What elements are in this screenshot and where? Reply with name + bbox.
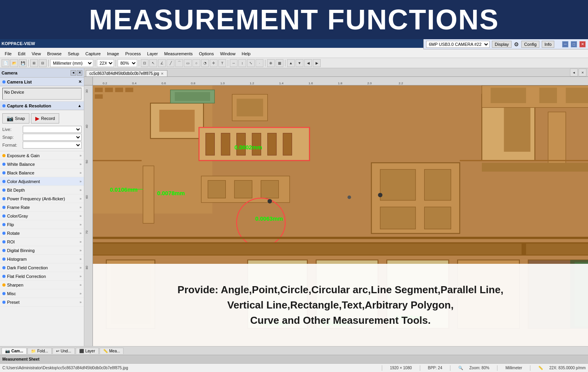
cross-btn[interactable]: ✛ xyxy=(210,59,218,67)
misc-row[interactable]: Misc » xyxy=(0,289,84,298)
text-btn[interactable]: T xyxy=(218,59,226,67)
digital-binning-row[interactable]: Digital Binning » xyxy=(0,246,84,255)
arrow-up-btn[interactable]: ▲ xyxy=(287,59,295,67)
point-btn[interactable]: · xyxy=(256,59,263,67)
open-btn[interactable]: 📂 xyxy=(10,59,18,67)
dark-field-row[interactable]: Dark Field Correction » xyxy=(0,263,84,272)
arc-btn[interactable]: ◔ xyxy=(201,59,209,67)
menu-setup[interactable]: Setup xyxy=(65,51,82,57)
measure3-btn[interactable]: ⤡ xyxy=(247,59,255,67)
roi-row[interactable]: ROI » xyxy=(0,238,84,246)
grid3-btn[interactable]: ▦ xyxy=(276,59,283,67)
flip-row[interactable]: Flip » xyxy=(0,220,84,229)
tab-prev-btn[interactable]: ◄ xyxy=(570,69,578,76)
menu-file[interactable]: File xyxy=(2,51,15,57)
close-button[interactable]: ✕ xyxy=(579,41,586,47)
ruler-h-9: 2.0 xyxy=(367,82,372,85)
format-select[interactable] xyxy=(23,142,82,149)
panel-pin-btn[interactable]: ◄ xyxy=(71,70,76,76)
cursor-btn[interactable]: ↖ xyxy=(149,59,157,67)
camera-list-close[interactable]: ✕ xyxy=(78,80,82,84)
menu-edit[interactable]: Edit xyxy=(15,51,29,57)
menu-window[interactable]: Window xyxy=(217,51,238,57)
power-freq-row[interactable]: Power Frequency (Anti-flicker) » xyxy=(0,194,84,203)
white-balance-row[interactable]: White Balance » xyxy=(0,160,84,169)
arrow-down-btn[interactable]: ▼ xyxy=(296,59,303,67)
measure2-btn[interactable]: ↕ xyxy=(238,59,246,67)
tab-camera[interactable]: 📷 Cam... xyxy=(2,348,27,354)
capture-header[interactable]: Capture & Resolution ▲ xyxy=(0,102,84,110)
measure1-btn[interactable]: ↔ xyxy=(230,59,238,67)
new-btn[interactable]: 📄 xyxy=(2,59,9,67)
arrow-left-btn[interactable]: ◀ xyxy=(304,59,312,67)
live-select[interactable] xyxy=(23,126,82,133)
circle-btn[interactable]: ○ xyxy=(192,59,200,67)
exposure-gain-row[interactable]: Exposure & Gain » xyxy=(0,151,84,160)
black-balance-row[interactable]: Black Balance » xyxy=(0,169,84,177)
svg-point-68 xyxy=(378,193,382,197)
grid2-btn[interactable]: ⊟ xyxy=(39,59,47,67)
preset-row[interactable]: Preset » xyxy=(0,298,84,307)
status-magnify: 22X: 835.0000 p/mm xyxy=(549,366,586,370)
flat-field-row[interactable]: Flat Field Correction » xyxy=(0,272,84,281)
tab-camera-icon: 📷 xyxy=(5,349,10,353)
capture-expand[interactable]: ▲ xyxy=(78,103,82,108)
sharpen-row[interactable]: Sharpen » xyxy=(0,281,84,289)
camera-list-header[interactable]: Camera List ✕ xyxy=(0,78,84,86)
unit-dropdown[interactable]: Millimeter (mm) xyxy=(50,59,93,67)
color-gray-row[interactable]: Color/Gray » xyxy=(0,212,84,220)
menu-layer[interactable]: Layer xyxy=(144,51,161,57)
tab-undo[interactable]: ↩ Und... xyxy=(53,348,75,354)
record-button[interactable]: ▶ Record xyxy=(31,113,59,123)
camera-selector[interactable]: 6MP USB3.0 CAMERA #22 xyxy=(426,41,490,48)
tab-folder[interactable]: 📁 Fold... xyxy=(27,348,52,354)
info-button[interactable]: Info xyxy=(542,41,554,48)
save-btn[interactable]: 💾 xyxy=(19,59,27,67)
zoom-fit-btn[interactable]: ⊡ xyxy=(141,59,149,67)
info-line1: Provide: Angle,Point,Circle,Circular arc… xyxy=(178,282,503,298)
snap-button[interactable]: 📷 Snap xyxy=(2,113,29,123)
angle-btn[interactable]: ∠ xyxy=(158,59,166,67)
menu-image[interactable]: Image xyxy=(104,51,122,57)
calib-btn[interactable]: ⊕ xyxy=(267,59,275,67)
menu-process[interactable]: Process xyxy=(122,51,144,57)
image-canvas[interactable]: 0.0002mm 0.0106mm 0.0078mm 0.0063mm xyxy=(93,85,588,346)
tab-mea[interactable]: 📏 Mea... xyxy=(100,348,124,354)
image-tab-close[interactable]: ✕ xyxy=(161,72,164,76)
grid-btn[interactable]: ⊞ xyxy=(30,59,38,67)
bit-depth-row[interactable]: Bit Depth » xyxy=(0,186,84,194)
display-button[interactable]: Display xyxy=(492,41,512,48)
frame-rate-row[interactable]: Frame Rate » xyxy=(0,203,84,212)
color-adj-row[interactable]: Color Adjustment » xyxy=(0,177,84,186)
ruler-h-1: 0.4 xyxy=(132,82,136,85)
panel-close-btn[interactable]: ✕ xyxy=(77,70,82,76)
tab-undo-label: Und... xyxy=(61,349,71,353)
line-btn[interactable]: ╱ xyxy=(167,59,174,67)
menu-measurements[interactable]: Measurements xyxy=(161,51,196,57)
tab-close-btn[interactable]: ✕ xyxy=(579,69,586,76)
config-button[interactable]: Config xyxy=(521,41,539,48)
menu-options[interactable]: Options xyxy=(196,51,217,57)
image-tab[interactable]: cc5c8637d84df45fd0db0c0b7e8f875.jpg ✕ xyxy=(86,70,167,76)
zoom-dropdown[interactable]: 80% xyxy=(118,59,137,67)
minimize-button[interactable]: ─ xyxy=(562,41,568,47)
histogram-row[interactable]: Histogram » xyxy=(0,255,84,263)
menu-capture[interactable]: Capture xyxy=(82,51,104,57)
svg-rect-41 xyxy=(380,207,416,229)
ruler-v-40: 40 xyxy=(85,125,89,128)
menu-view[interactable]: View xyxy=(29,51,44,57)
sep5 xyxy=(139,60,139,67)
snap-select[interactable] xyxy=(23,134,82,141)
rect-btn[interactable]: ▭ xyxy=(184,59,192,67)
tab-layer[interactable]: ⬛ Layer xyxy=(76,348,99,354)
polyline-btn[interactable]: ⌒ xyxy=(175,59,183,67)
tab-undo-icon: ↩ xyxy=(56,349,59,353)
maximize-button[interactable]: □ xyxy=(571,41,577,47)
menu-help[interactable]: Help xyxy=(239,51,254,57)
menu-browse[interactable]: Browse xyxy=(44,51,65,57)
arrow-right-btn[interactable]: ▶ xyxy=(313,59,321,67)
rotate-row[interactable]: Rotate » xyxy=(0,229,84,238)
snap-label: Snap xyxy=(15,116,25,121)
magnify-dropdown[interactable]: 22X xyxy=(97,59,114,67)
ca-dot xyxy=(2,180,5,183)
